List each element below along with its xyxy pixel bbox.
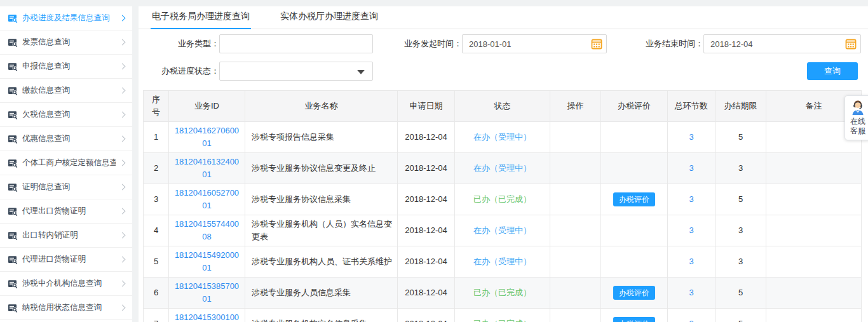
sidebar-item-preference-query[interactable]: 优惠信息查询: [0, 127, 132, 151]
cell-status: 在办（受理中）: [455, 215, 550, 246]
document-search-icon: [8, 279, 18, 289]
status-badge: 已办（已完成）: [473, 194, 531, 204]
cell-status: 在办（受理中）: [455, 153, 550, 184]
cell-business-name: 涉税专业服务机构人员、证书关系维护: [245, 246, 398, 278]
sidebar-item-label: 代理出口货物证明: [22, 206, 116, 217]
business-id-link[interactable]: 1812041605270001: [175, 188, 239, 210]
sidebar-item-label: 纳税信用状态信息查询: [22, 302, 116, 313]
total-steps-link[interactable]: 3: [689, 194, 693, 204]
total-steps-link[interactable]: 3: [689, 288, 693, 297]
sidebar-item-declaration-query[interactable]: 申报信息查询: [0, 55, 132, 79]
total-steps-link[interactable]: 3: [689, 225, 693, 235]
calendar-icon[interactable]: [845, 38, 857, 50]
header-apply-date: 申请日期: [398, 91, 455, 122]
tax-evaluation-button[interactable]: 办税评价: [613, 286, 655, 300]
sidebar-item-payment-query[interactable]: 缴款信息查询: [0, 79, 132, 103]
document-search-icon: [8, 255, 18, 265]
cell-seq: 4: [144, 215, 169, 246]
results-table: 序号 业务ID 业务名称 申请日期 状态 操作 办税评价 总环节数 办结期限 备…: [143, 90, 862, 322]
table-row: 4 1812041557440008 涉税专业服务机构（人员）实名信息变更表 2…: [144, 215, 862, 246]
sidebar-item-label: 个体工商户核定定额信息查询: [22, 158, 116, 168]
cell-operation: [550, 215, 601, 246]
business-id-link[interactable]: 1812041530010001: [175, 312, 239, 322]
cell-tax-evaluation: [601, 215, 668, 246]
sidebar-item-agent-import-certificate[interactable]: 代理进口货物证明: [0, 248, 132, 272]
cell-status: 在办（受理中）: [455, 246, 550, 278]
status-badge: 已办（已完成）: [473, 288, 531, 297]
total-steps-link[interactable]: 3: [689, 319, 693, 322]
business-id-link[interactable]: 1812041538570001: [175, 281, 239, 304]
document-search-icon: [8, 62, 18, 72]
sidebar-item-credit-status-query[interactable]: 纳税信用状态信息查询: [0, 296, 132, 320]
cell-remark: [766, 278, 862, 309]
sidebar-item-intermediary-query[interactable]: 涉税中介机构信息查询: [0, 272, 132, 296]
tax-evaluation-button[interactable]: 办税评价: [613, 192, 655, 206]
sidebar-item-label: 欠税信息查询: [22, 109, 116, 120]
cell-seq: 3: [144, 184, 169, 215]
cell-business-name: 涉税专项报告信息采集: [245, 122, 398, 153]
cell-status: 已办（已完成）: [455, 278, 550, 309]
sidebar-item-label: 代理进口货物证明: [22, 254, 116, 265]
cell-seq: 1: [144, 122, 169, 153]
business-type-input[interactable]: [219, 34, 373, 53]
tab-electronic-tax-bureau-progress[interactable]: 电子税务局办理进度查询: [151, 11, 251, 29]
cell-total-steps: 3: [668, 278, 715, 309]
filter-row-2: 办税进度状态： 查询: [139, 62, 868, 81]
table-row: 7 1812041530010001 涉税专业服务机构实名信息采集 2018-1…: [144, 309, 862, 322]
customer-service-agent-icon: [850, 99, 865, 116]
business-id-link[interactable]: 1812041627060001: [175, 126, 239, 148]
business-id-link[interactable]: 1812041549200001: [175, 250, 239, 272]
business-id-link[interactable]: 1812041557440008: [175, 219, 239, 241]
cell-remark: [766, 153, 862, 184]
progress-status-select[interactable]: [219, 62, 373, 81]
sidebar-item-tax-arrears-query[interactable]: 欠税信息查询: [0, 103, 132, 127]
cell-apply-date: 2018-12-04: [398, 246, 455, 278]
calendar-icon[interactable]: [591, 38, 602, 50]
cell-seq: 6: [144, 278, 169, 309]
sidebar-item-invoice-query[interactable]: 发票信息查询: [0, 30, 132, 55]
sidebar-item-certificate-query[interactable]: 证明信息查询: [0, 175, 132, 199]
sidebar-item-individual-quota-query[interactable]: 个体工商户核定定额信息查询: [0, 151, 132, 175]
status-badge: 在办（受理中）: [473, 257, 531, 266]
cell-apply-date: 2018-12-04: [398, 309, 455, 322]
header-deadline: 办结期限: [715, 91, 766, 122]
end-time-input[interactable]: [703, 34, 861, 53]
chevron-right-icon: [119, 136, 126, 142]
tax-evaluation-button[interactable]: 办税评价: [613, 317, 655, 322]
cell-business-name: 涉税专业服务机构（人员）实名信息变更表: [245, 215, 398, 246]
sidebar-item-label: 证明信息查询: [22, 182, 116, 192]
total-steps-link[interactable]: 3: [689, 132, 693, 142]
sidebar-item-export-to-domestic-certificate[interactable]: 出口转内销证明: [0, 224, 132, 248]
cell-deadline: 5: [715, 184, 766, 215]
cell-apply-date: 2018-12-04: [398, 122, 455, 153]
business-id-link[interactable]: 1812041613240001: [175, 157, 239, 179]
cell-total-steps: 3: [668, 309, 715, 322]
sidebar-item-label: 缴款信息查询: [22, 85, 116, 96]
start-time-label: 业务发起时间：: [373, 38, 462, 50]
cell-apply-date: 2018-12-04: [398, 278, 455, 309]
query-button[interactable]: 查询: [807, 62, 858, 80]
chevron-right-icon: [119, 257, 126, 263]
total-steps-link[interactable]: 3: [689, 163, 693, 173]
cell-business-id: 1812041557440008: [169, 215, 245, 246]
main-content: 电子税务局办理进度查询 实体办税厅办理进度查询 业务类型： 业务发起时间： 业务…: [139, 6, 868, 322]
document-search-icon: [8, 182, 18, 192]
header-total-steps: 总环节数: [668, 91, 715, 122]
sidebar-item-label: 涉税中介机构信息查询: [22, 278, 116, 289]
cell-tax-evaluation: [601, 246, 668, 278]
sidebar-item-label: 申报信息查询: [22, 61, 116, 72]
total-steps-link[interactable]: 3: [689, 257, 693, 266]
sidebar-item-tax-progress-query[interactable]: 办税进度及结果信息查询: [0, 6, 132, 30]
cell-seq: 2: [144, 153, 169, 184]
cell-tax-evaluation: 办税评价: [601, 278, 668, 309]
online-customer-service-widget[interactable]: 在线客服: [844, 95, 868, 140]
sidebar-item-agent-export-certificate[interactable]: 代理出口货物证明: [0, 199, 132, 224]
cell-business-name: 涉税专业服务协议信息采集: [245, 184, 398, 215]
start-time-input[interactable]: [462, 34, 607, 53]
cell-seq: 5: [144, 246, 169, 278]
cell-seq: 7: [144, 309, 169, 322]
table-row: 1 1812041627060001 涉税专项报告信息采集 2018-12-04…: [144, 122, 862, 153]
cell-operation: [550, 309, 601, 322]
tab-physical-tax-hall-progress[interactable]: 实体办税厅办理进度查询: [279, 11, 379, 29]
sidebar-item-label: 办税进度及结果信息查询: [22, 13, 116, 23]
